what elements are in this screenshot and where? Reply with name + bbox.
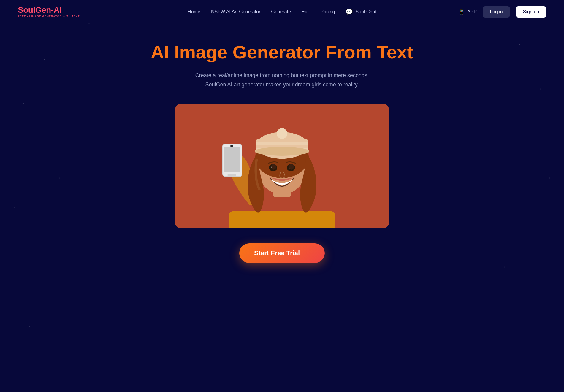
svg-rect-12 [229,211,335,228]
login-button[interactable]: Log in [483,6,510,18]
hero-title: AI Image Generator From Text [151,42,413,63]
nav-center: Home NSFW AI Art Generator Generate Edit… [188,8,376,15]
svg-rect-23 [256,142,308,145]
svg-point-26 [277,128,287,139]
nav-pricing[interactable]: Pricing [321,9,335,15]
soul-chat-icon: 💬 [346,8,353,15]
start-free-trial-button[interactable]: Start Free Trial → [239,243,325,263]
cta-arrow: → [303,249,310,257]
nav-right: 📱 APP Log in Sign up [458,6,546,18]
logo[interactable]: SoulGen-AI FREE AI IMAGE GENERATOR WITH … [18,6,80,18]
soul-chat-label: Soul Chat [355,9,376,15]
nav-home[interactable]: Home [188,9,200,15]
logo-subtitle: FREE AI IMAGE GENERATOR WITH TEXT [18,15,80,18]
svg-rect-14 [224,147,240,172]
app-label: APP [467,9,477,15]
hero-subtitle: Create a real/anime image from nothing b… [195,71,369,89]
nav-generate[interactable]: Generate [271,9,291,15]
svg-point-9 [29,326,30,327]
hero-image-card [175,104,389,228]
cta-label: Start Free Trial [254,249,300,257]
logo-text: SoulGen-AI [18,6,61,14]
svg-point-16 [231,145,233,147]
app-link[interactable]: 📱 APP [458,9,477,15]
phone-icon: 📱 [458,9,465,15]
nav-edit[interactable]: Edit [302,9,310,15]
hero-image [175,104,389,228]
nav-nsfw[interactable]: NSFW AI Art Generator [211,9,260,15]
soul-chat-button[interactable]: 💬 Soul Chat [346,8,376,15]
svg-point-32 [289,164,294,170]
svg-point-31 [271,164,276,170]
navbar: SoulGen-AI FREE AI IMAGE GENERATOR WITH … [0,0,564,24]
svg-rect-17 [227,174,236,176]
svg-point-25 [255,147,309,156]
hero-section: AI Image Generator From Text Create a re… [0,24,564,281]
signup-button[interactable]: Sign up [516,6,546,18]
